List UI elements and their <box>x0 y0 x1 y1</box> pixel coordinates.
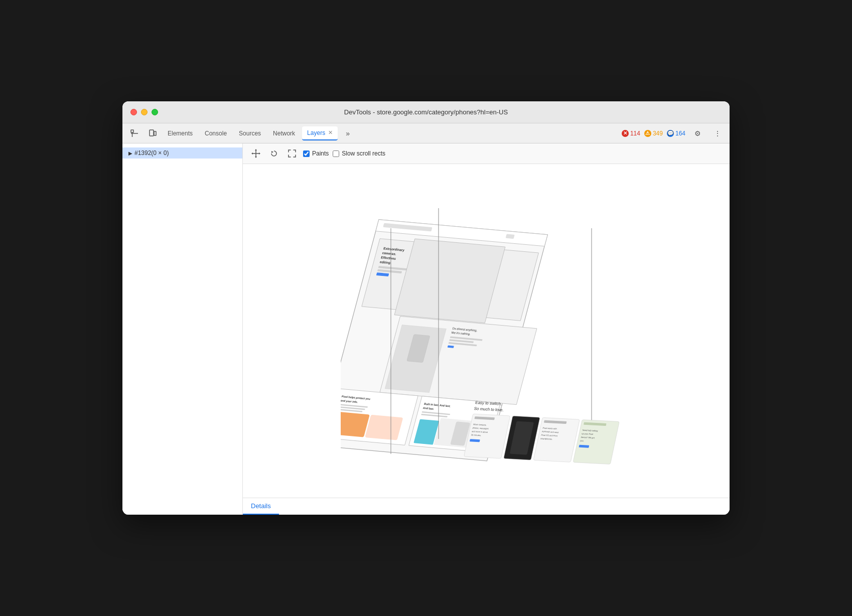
svg-marker-11 <box>271 151 273 153</box>
svg-marker-10 <box>259 152 260 155</box>
slow-scroll-checkbox-label[interactable]: Slow scroll rects <box>333 150 385 157</box>
more-tabs-button[interactable]: » <box>340 126 356 140</box>
svg-rect-3 <box>150 130 154 136</box>
layer-arrow: ▶ <box>128 150 132 156</box>
pan-tool-button[interactable] <box>249 146 263 161</box>
more-options-button[interactable]: ⋮ <box>709 126 726 140</box>
paints-checkbox-label[interactable]: Paints <box>303 150 329 157</box>
settings-button[interactable]: ⚙ <box>689 126 705 140</box>
svg-rect-0 <box>131 130 133 132</box>
error-badge[interactable]: ✕ 114 <box>622 130 640 137</box>
devtools-body: ▶ #1392(0 × 0) <box>122 143 730 515</box>
layers-sidebar: ▶ #1392(0 × 0) <box>122 143 243 515</box>
rotate-tool-button[interactable] <box>267 146 281 161</box>
svg-text:you.: you. <box>580 439 585 441</box>
fit-tool-button[interactable] <box>285 146 299 161</box>
tab-sources[interactable]: Sources <box>234 126 266 140</box>
error-icon: ✕ <box>622 130 629 137</box>
title-bar: DevTools - store.google.com/category/pho… <box>122 101 730 123</box>
warning-icon: ⚠ <box>644 130 651 137</box>
layers-main-panel: Paints Slow scroll rects <box>243 143 730 515</box>
svg-rect-41 <box>365 414 403 440</box>
svg-marker-7 <box>255 149 257 150</box>
window-title: DevTools - store.google.com/category/pho… <box>344 108 508 116</box>
layers-visualization: Extraordinary cameras. Effortless editin… <box>243 164 730 498</box>
toolbar-right: ✕ 114 ⚠ 349 💬 164 ⚙ ⋮ <box>622 126 726 140</box>
svg-rect-4 <box>154 131 156 135</box>
paints-checkbox[interactable] <box>303 150 310 157</box>
svg-rect-15 <box>506 234 515 239</box>
info-icon: 💬 <box>667 130 674 137</box>
maximize-button[interactable] <box>152 109 158 115</box>
slow-scroll-checkbox[interactable] <box>333 150 339 157</box>
warning-badge[interactable]: ⚠ 349 <box>644 130 663 137</box>
tab-console[interactable]: Console <box>200 126 232 140</box>
svg-rect-61 <box>470 439 480 442</box>
tab-layers-close[interactable]: ✕ <box>328 129 333 136</box>
close-button[interactable] <box>130 109 137 115</box>
layers-svg: Extraordinary cameras. Effortless editin… <box>341 188 632 474</box>
details-bar: Details <box>243 498 730 515</box>
svg-rect-76 <box>579 444 589 447</box>
devtools-toolbar: Elements Console Sources Network Layers … <box>122 123 730 143</box>
layer-root-item[interactable]: ▶ #1392(0 × 0) <box>122 147 242 159</box>
layers-canvas-area[interactable]: Extraordinary cameras. Effortless editin… <box>243 164 730 498</box>
tab-network[interactable]: Network <box>268 126 300 140</box>
inspect-element-button[interactable] <box>126 126 143 140</box>
traffic-lights <box>130 109 158 115</box>
svg-text:30 minutes.: 30 minutes. <box>471 433 481 436</box>
details-tab[interactable]: Details <box>243 498 279 515</box>
svg-rect-64 <box>533 417 580 462</box>
svg-marker-8 <box>255 157 257 158</box>
tab-layers[interactable]: Layers ✕ <box>302 126 338 140</box>
devtools-window: DevTools - store.google.com/category/pho… <box>122 101 730 515</box>
minimize-button[interactable] <box>141 109 148 115</box>
svg-marker-9 <box>251 152 253 155</box>
device-toolbar-button[interactable] <box>145 126 161 140</box>
info-badge[interactable]: 💬 164 <box>667 130 685 137</box>
layers-toolbar: Paints Slow scroll rects <box>243 143 730 164</box>
svg-rect-70 <box>573 419 619 464</box>
tab-elements[interactable]: Elements <box>163 126 198 140</box>
